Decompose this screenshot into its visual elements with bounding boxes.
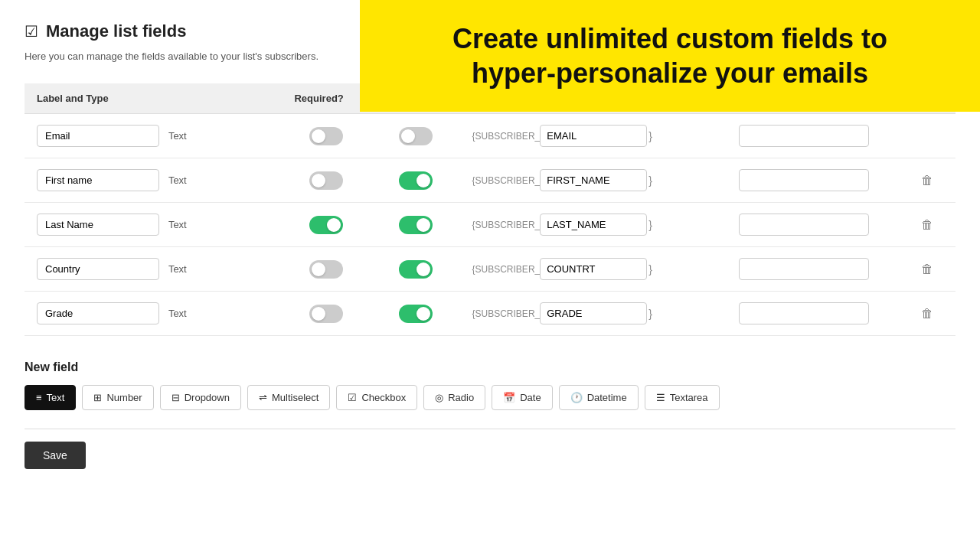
- label-input-last_name[interactable]: [37, 214, 159, 236]
- table-row: Text {SUBSCRIBER_ } 🗑: [24, 203, 956, 247]
- field-type-label-text: Text: [47, 392, 65, 403]
- field-type-btn-multiselect[interactable]: ⇌Multiselect: [247, 385, 330, 410]
- type-text-last_name: Text: [168, 219, 187, 230]
- tag-input-email[interactable]: [540, 125, 647, 147]
- td-visible-country: [371, 247, 460, 292]
- default-input-grade[interactable]: [739, 302, 869, 324]
- field-type-btn-datetime[interactable]: 🕐Datetime: [559, 385, 639, 410]
- tag-prefix-grade: {SUBSCRIBER_: [472, 308, 541, 319]
- td-actions-country: 🗑: [906, 247, 956, 292]
- td-tag-country: {SUBSCRIBER_ }: [460, 247, 727, 292]
- type-text-email: Text: [168, 130, 187, 142]
- td-required-grade: [282, 292, 371, 336]
- td-visible-last_name: [371, 203, 460, 247]
- dropdown-icon: ⊟: [172, 392, 180, 403]
- td-default-last_name: [727, 203, 906, 247]
- delete-button-last_name[interactable]: 🗑: [918, 215, 936, 235]
- visible-toggle-first_name[interactable]: [399, 171, 433, 190]
- required-toggle-country[interactable]: [309, 260, 343, 279]
- visible-toggle-last_name[interactable]: [399, 216, 433, 234]
- td-label-country: Text: [24, 247, 282, 292]
- td-visible-first_name: [371, 158, 460, 203]
- field-type-label-textarea: Textarea: [670, 392, 708, 403]
- td-label-last_name: Text: [24, 203, 282, 247]
- td-tag-email: {SUBSCRIBER_ }: [460, 114, 727, 158]
- label-input-first_name[interactable]: [37, 169, 159, 191]
- field-type-label-datetime: Datetime: [587, 392, 627, 403]
- tag-prefix-country: {SUBSCRIBER_: [472, 264, 541, 275]
- td-actions-first_name: 🗑: [906, 158, 956, 203]
- new-field-label: New field: [24, 360, 956, 374]
- bottom-divider: [24, 429, 956, 429]
- label-input-email[interactable]: [37, 125, 159, 147]
- delete-button-grade[interactable]: 🗑: [918, 304, 936, 324]
- default-input-first_name[interactable]: [739, 169, 869, 191]
- default-input-country[interactable]: [739, 258, 869, 280]
- field-type-btn-date[interactable]: 📅Date: [492, 385, 552, 410]
- td-visible-grade: [371, 292, 460, 336]
- td-default-country: [727, 247, 906, 292]
- field-type-btn-number[interactable]: ⊞Number: [82, 385, 153, 410]
- label-input-country[interactable]: [37, 258, 159, 280]
- field-type-label-date: Date: [520, 392, 541, 403]
- label-input-grade[interactable]: [37, 302, 159, 324]
- textarea-icon: ☰: [656, 392, 665, 403]
- table-row: Text {SUBSCRIBER_ } 🗑: [24, 292, 956, 336]
- tag-input-first_name[interactable]: [540, 169, 647, 191]
- tag-suffix-last_name: }: [648, 219, 652, 231]
- delete-button-first_name[interactable]: 🗑: [918, 171, 936, 191]
- tag-prefix-email: {SUBSCRIBER_: [472, 131, 541, 142]
- default-input-last_name[interactable]: [739, 214, 869, 236]
- td-label-first_name: Text: [24, 158, 282, 203]
- field-type-btn-dropdown[interactable]: ⊟Dropdown: [160, 385, 241, 410]
- radio-icon: ◎: [435, 392, 443, 403]
- required-toggle-first_name[interactable]: [309, 171, 343, 190]
- tag-input-last_name[interactable]: [540, 214, 647, 236]
- td-default-first_name: [727, 158, 906, 203]
- delete-button-country[interactable]: 🗑: [918, 259, 936, 279]
- fields-table: Label and Type Required? Visible? Tag De…: [24, 83, 956, 336]
- tag-input-grade[interactable]: [540, 302, 647, 324]
- field-type-label-multiselect: Multiselect: [272, 392, 318, 403]
- tag-suffix-first_name: }: [648, 174, 652, 187]
- td-required-country: [282, 247, 371, 292]
- td-actions-email: [906, 114, 956, 158]
- checkbox-icon: ☑: [348, 392, 357, 403]
- field-type-label-checkbox: Checkbox: [361, 392, 406, 403]
- page-wrapper: Create unlimited custom fields to hyper-…: [0, 0, 980, 551]
- field-type-btn-textarea[interactable]: ☰Textarea: [645, 385, 720, 410]
- field-type-btn-radio[interactable]: ◎Radio: [423, 385, 485, 410]
- tag-input-country[interactable]: [540, 258, 647, 280]
- visible-toggle-grade[interactable]: [399, 305, 433, 323]
- text-icon: ≡: [36, 392, 42, 403]
- tag-prefix-last_name: {SUBSCRIBER_: [472, 220, 541, 230]
- visible-toggle-email[interactable]: [399, 127, 433, 145]
- table-row: Text {SUBSCRIBER_ } 🗑: [24, 247, 956, 292]
- date-icon: 📅: [503, 392, 515, 403]
- required-toggle-grade[interactable]: [309, 305, 343, 323]
- tag-suffix-email: }: [648, 130, 652, 142]
- manage-fields-icon: ☑: [24, 22, 38, 41]
- td-visible-email: [371, 114, 460, 158]
- th-label-type: Label and Type: [24, 83, 282, 114]
- th-required: Required?: [282, 83, 371, 114]
- field-type-btn-text[interactable]: ≡Text: [24, 385, 76, 410]
- visible-toggle-country[interactable]: [399, 260, 433, 279]
- field-type-label-dropdown: Dropdown: [185, 392, 230, 403]
- tag-prefix-first_name: {SUBSCRIBER_: [472, 175, 541, 186]
- required-toggle-last_name[interactable]: [309, 216, 343, 234]
- td-label-grade: Text: [24, 292, 282, 336]
- default-input-email[interactable]: [739, 125, 869, 147]
- page-title: Manage list fields: [46, 21, 186, 41]
- td-default-email: [727, 114, 906, 158]
- td-required-first_name: [282, 158, 371, 203]
- multiselect-icon: ⇌: [259, 392, 267, 403]
- required-toggle-email[interactable]: [309, 127, 343, 145]
- save-button[interactable]: Save: [24, 442, 86, 469]
- field-type-btn-checkbox[interactable]: ☑Checkbox: [336, 385, 417, 410]
- field-type-label-radio: Radio: [448, 392, 474, 403]
- new-field-section: New field ≡Text⊞Number⊟Dropdown⇌Multisel…: [24, 360, 956, 469]
- type-text-grade: Text: [168, 308, 187, 319]
- number-icon: ⊞: [93, 392, 102, 403]
- type-text-first_name: Text: [168, 174, 187, 186]
